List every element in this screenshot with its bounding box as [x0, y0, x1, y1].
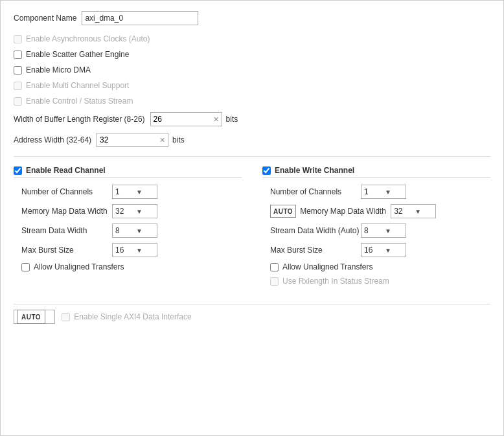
buffer-length-clear-icon[interactable]: ✕ [213, 115, 219, 124]
write-channel-header: Enable Write Channel [262, 166, 490, 178]
micro-dma-label: Enable Micro DMA [26, 65, 91, 75]
read-max-burst-dropdown[interactable]: 16 ▼ [112, 243, 157, 257]
write-max-burst-value: 16 [364, 246, 382, 255]
component-name-row: Component Name [14, 11, 490, 25]
write-num-channels-dropdown[interactable]: 1 ▼ [361, 185, 406, 199]
write-allow-unaligned-checkbox[interactable] [270, 263, 279, 271]
read-mem-map-dropdown[interactable]: 32 ▼ [112, 204, 157, 218]
auto-badge-container: AUTO [14, 310, 55, 324]
write-rxlength-checkbox[interactable] [270, 277, 279, 286]
multi-channel-label: Enable Multi Channel Support [26, 81, 129, 90]
write-stream-data-arrow-icon: ▼ [385, 227, 403, 235]
read-mem-map-value: 32 [115, 207, 133, 216]
read-stream-data-value: 8 [115, 226, 133, 235]
read-mem-map-arrow-icon: ▼ [136, 208, 154, 215]
read-num-channels-arrow-icon: ▼ [136, 189, 154, 196]
buffer-length-label: Width of Buffer Length Register (8-26) [14, 115, 145, 124]
read-mem-map-label: Memory Map Data Width [21, 207, 112, 216]
scatter-gather-checkbox[interactable] [14, 51, 22, 59]
write-mem-map-auto-badge: AUTO [270, 205, 296, 218]
write-mem-map-row: AUTO Memory Map Data Width 32 ▼ [262, 204, 490, 218]
read-stream-data-arrow-icon: ▼ [136, 227, 154, 235]
write-mem-map-label: Memory Map Data Width [300, 207, 391, 216]
control-status-label: Enable Control / Status Stream [26, 97, 133, 106]
read-channel-header: Enable Read Channel [14, 166, 242, 178]
component-name-input[interactable] [82, 11, 198, 25]
read-stream-data-dropdown[interactable]: 8 ▼ [112, 224, 157, 238]
read-allow-unaligned-label: Allow Unaligned Transfers [34, 262, 124, 271]
address-width-input-wrapper: ✕ [97, 133, 168, 147]
buffer-length-input[interactable] [154, 115, 212, 124]
read-allow-unaligned-row: Allow Unaligned Transfers [14, 262, 242, 271]
channels-container: Enable Read Channel Number of Channels 1… [14, 166, 490, 291]
control-status-checkbox[interactable] [14, 97, 22, 106]
address-width-clear-icon[interactable]: ✕ [159, 136, 165, 144]
write-allow-unaligned-row: Allow Unaligned Transfers [262, 262, 490, 271]
write-channel-title: Enable Write Channel [275, 166, 354, 175]
address-width-row: Address Width (32-64) ✕ bits [14, 133, 490, 147]
read-num-channels-label: Number of Channels [21, 187, 112, 196]
read-mem-map-row: Memory Map Data Width 32 ▼ [14, 204, 242, 218]
write-stream-data-row: Stream Data Width (Auto) 8 ▼ [262, 224, 490, 238]
write-num-channels-value: 1 [364, 187, 382, 196]
write-rxlength-label: Use Rxlength In Status Stream [282, 277, 389, 286]
write-max-burst-arrow-icon: ▼ [385, 247, 403, 254]
micro-dma-row: Enable Micro DMA [14, 65, 490, 75]
divider-1 [14, 156, 490, 157]
write-rxlength-row: Use Rxlength In Status Stream [262, 277, 490, 286]
write-mem-map-arrow-icon: ▼ [415, 208, 433, 215]
multi-channel-checkbox[interactable] [14, 82, 22, 90]
buffer-length-unit: bits [226, 115, 238, 124]
buffer-length-row: Width of Buffer Length Register (8-26) ✕… [14, 112, 490, 126]
bottom-section: AUTO Enable Single AXI4 Data Interface [14, 304, 490, 324]
write-num-channels-row: Number of Channels 1 ▼ [262, 185, 490, 199]
read-max-burst-label: Max Burst Size [21, 246, 112, 255]
scatter-gather-label: Enable Scatter Gather Engine [26, 50, 129, 59]
read-num-channels-value: 1 [115, 187, 133, 196]
write-max-burst-dropdown[interactable]: 16 ▼ [361, 243, 406, 257]
read-max-burst-arrow-icon: ▼ [136, 247, 154, 254]
write-mem-map-dropdown[interactable]: 32 ▼ [391, 204, 436, 218]
async-clocks-row: Enable Asynchronous Clocks (Auto) [14, 34, 490, 43]
control-status-row: Enable Control / Status Stream [14, 97, 490, 106]
auto-badge-label: AUTO [17, 310, 45, 324]
write-stream-data-label: Stream Data Width (Auto) [270, 226, 361, 235]
read-num-channels-row: Number of Channels 1 ▼ [14, 185, 242, 199]
read-channel-box: Enable Read Channel Number of Channels 1… [14, 166, 242, 291]
component-name-label: Component Name [14, 14, 76, 23]
multi-channel-row: Enable Multi Channel Support [14, 81, 490, 90]
single-axi-label: Enable Single AXI4 Data Interface [74, 312, 191, 321]
micro-dma-checkbox[interactable] [14, 66, 22, 75]
read-stream-data-label: Stream Data Width [21, 226, 112, 235]
write-channel-box: Enable Write Channel Number of Channels … [262, 166, 490, 291]
write-channel-checkbox[interactable] [262, 166, 271, 175]
write-max-burst-row: Max Burst Size 16 ▼ [262, 243, 490, 257]
read-max-burst-row: Max Burst Size 16 ▼ [14, 243, 242, 257]
scatter-gather-row: Enable Scatter Gather Engine [14, 50, 490, 59]
read-channel-title: Enable Read Channel [26, 166, 106, 175]
async-clocks-label: Enable Asynchronous Clocks (Auto) [26, 34, 150, 43]
read-num-channels-dropdown[interactable]: 1 ▼ [112, 185, 157, 199]
read-stream-data-row: Stream Data Width 8 ▼ [14, 224, 242, 238]
async-clocks-checkbox[interactable] [14, 35, 22, 43]
write-max-burst-label: Max Burst Size [270, 246, 361, 255]
read-channel-checkbox[interactable] [14, 166, 22, 175]
address-width-input[interactable] [100, 135, 158, 144]
main-panel: Component Name Enable Asynchronous Clock… [0, 0, 504, 436]
write-num-channels-label: Number of Channels [270, 187, 361, 196]
single-axi-checkbox[interactable] [62, 313, 70, 321]
write-allow-unaligned-label: Allow Unaligned Transfers [282, 262, 372, 271]
write-stream-data-dropdown[interactable]: 8 ▼ [361, 224, 406, 238]
write-num-channels-arrow-icon: ▼ [385, 189, 403, 196]
read-allow-unaligned-checkbox[interactable] [21, 263, 30, 271]
buffer-length-input-wrapper: ✕ [150, 112, 222, 126]
address-width-label: Address Width (32-64) [14, 135, 91, 144]
address-width-unit: bits [172, 135, 185, 144]
read-max-burst-value: 16 [115, 246, 133, 255]
write-stream-data-value: 8 [364, 226, 382, 235]
write-mem-map-value: 32 [394, 207, 412, 216]
